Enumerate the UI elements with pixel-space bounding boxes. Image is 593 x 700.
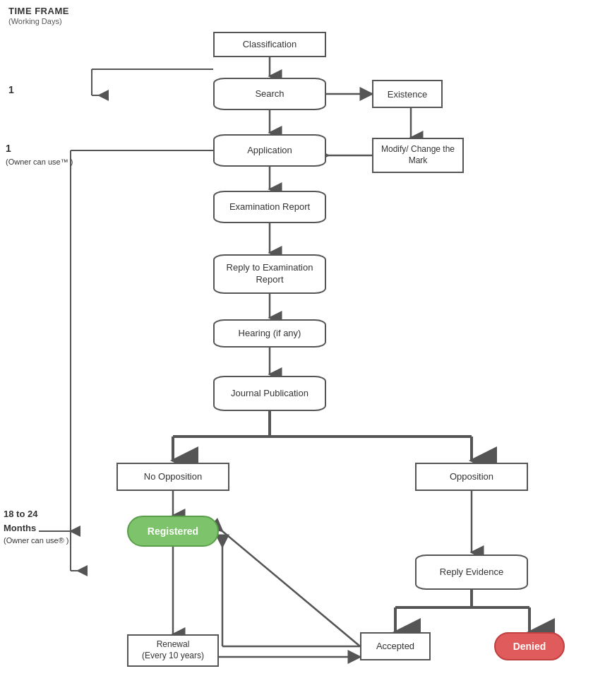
reply-evidence-box: Reply Evidence xyxy=(415,554,528,590)
classification-box: Classification xyxy=(213,32,326,57)
modify-mark-box: Modify/ Change the Mark xyxy=(372,138,464,173)
journal-publication-box: Journal Publication xyxy=(213,376,326,411)
no-opposition-box: No Opposition xyxy=(116,463,229,491)
renewal-box: Renewal (Every 10 years) xyxy=(127,634,219,667)
denied-box: Denied xyxy=(494,632,565,660)
search-box: Search xyxy=(213,78,326,110)
renewal-label: Renewal (Every 10 years) xyxy=(142,639,204,661)
svg-line-20 xyxy=(222,531,360,646)
accepted-box: Accepted xyxy=(360,632,431,660)
existence-box: Existence xyxy=(372,80,443,108)
label-1-owner: 1 (Owner can use™ ) xyxy=(6,141,73,168)
label-18-24-months: 18 to 24 Months (Owner can use® ) xyxy=(4,507,68,547)
time-frame-title: TIME FRAME xyxy=(8,6,69,16)
label-1-days: 1 xyxy=(8,83,14,97)
hearing-box: Hearing (if any) xyxy=(213,319,326,348)
examination-report-box: Examination Report xyxy=(213,191,326,223)
application-box: Application xyxy=(213,134,326,167)
opposition-box: Opposition xyxy=(415,463,528,491)
registered-box: Registered xyxy=(127,516,219,547)
reply-examination-box: Reply to Examination Report xyxy=(213,254,326,294)
diagram-container: TIME FRAME (Working Days) xyxy=(0,0,593,700)
time-frame-subtitle: (Working Days) xyxy=(8,17,62,25)
